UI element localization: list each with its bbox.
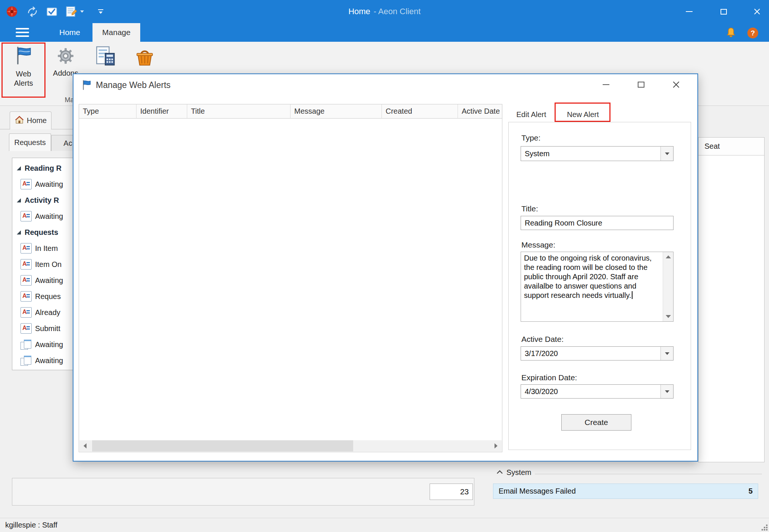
email-failed-row[interactable]: Email Messages Failed 5 [493,484,758,499]
basket-icon [134,46,156,69]
form-calculator-icon [95,45,116,68]
close-icon [672,81,680,89]
message-text: Due to the ongoing risk of coronavirus, … [524,254,657,300]
dialog-close-button[interactable] [669,77,684,92]
manage-web-alerts-dialog: Manage Web Alerts Type Identifier Title … [73,73,698,462]
resize-grip[interactable] [766,529,768,531]
scroll-up-button[interactable] [663,252,673,262]
close-button[interactable] [745,0,769,23]
active-date-value: 3/17/2020 [521,347,660,360]
titlebar: Home - Aeon Client [0,0,769,23]
ribbon-tab-bar: Home Manage ? [0,23,769,42]
type-value: System [521,147,660,161]
ribbon-tab-home[interactable]: Home [47,23,92,42]
alerts-grid: Type Identifier Title Message Created Ac… [79,104,502,452]
dialog-minimize-button[interactable] [599,77,613,92]
chevron-down-icon[interactable] [660,385,673,398]
new-alert-form: Type: System Title: Reading Room Closure… [508,122,691,450]
annotation-box-new-alert [555,103,611,122]
column-header-identifier[interactable]: Identifier [136,104,187,119]
expiration-date-dropdown[interactable]: 4/30/2020 [521,384,674,399]
close-icon [753,8,761,15]
ribbon-tab-manage[interactable]: Manage [92,23,140,42]
request-form-icon [21,275,32,286]
type-label: Type: [521,133,540,142]
text-cursor [632,291,633,299]
gear-icon [57,47,75,66]
expander-icon[interactable] [17,198,21,202]
request-count-box: 23 [430,484,473,500]
column-header-type[interactable]: Type [79,104,136,119]
request-form-icon [21,211,32,221]
request-form-icon [21,179,32,189]
window-title-primary: Home [348,7,370,16]
column-header-message[interactable]: Message [291,104,382,119]
documents-stack-icon [21,339,32,350]
dialog-title: Manage Web Alerts [96,74,170,96]
email-failed-label: Email Messages Failed [499,487,748,495]
alerts-grid-header: Type Identifier Title Message Created Ac… [79,104,502,119]
title-input[interactable]: Reading Room Closure [521,216,674,230]
chevron-down-icon[interactable] [660,347,673,360]
scroll-right-button[interactable] [490,440,502,451]
expander-icon[interactable] [17,166,21,170]
title-value: Reading Room Closure [521,216,673,230]
expiration-date-label: Expiration Date: [521,373,577,382]
flag-icon [81,79,92,92]
request-form-icon [21,243,32,254]
minimize-button[interactable] [677,0,701,23]
requests-footer-panel: 23 [12,478,474,506]
expander-icon[interactable] [17,230,21,234]
tab-edit-alert[interactable]: Edit Alert [514,106,549,123]
window-title: Home - Aeon Client [0,0,769,23]
statusbar: kgillespie : Staff [0,518,769,532]
type-dropdown[interactable]: System [521,146,674,161]
system-group-label[interactable]: System [506,468,531,477]
column-header-created[interactable]: Created [382,104,458,119]
scroll-left-button[interactable] [79,440,91,451]
tab-home-label: Home [27,116,47,125]
collapse-chevron-icon[interactable] [496,469,503,475]
dialog-maximize-button[interactable] [634,77,649,92]
maximize-button[interactable] [712,0,735,23]
create-button[interactable]: Create [561,414,631,431]
column-header-title[interactable]: Title [187,104,291,119]
request-form-icon [21,259,32,270]
expiration-date-value: 4/30/2020 [521,385,660,398]
message-label: Message: [521,240,555,249]
window-title-suffix: - Aeon Client [374,7,421,16]
help-icon[interactable]: ? [747,28,758,38]
scrollbar-thumb[interactable] [92,440,353,451]
title-label: Title: [521,204,538,213]
active-date-dropdown[interactable]: 3/17/2020 [521,346,674,361]
documents-stack-icon [21,355,32,366]
message-textarea[interactable]: Due to the ongoing risk of coronavirus, … [521,252,674,322]
tab-home[interactable]: Home [10,111,51,129]
active-date-label: Active Date: [521,335,564,344]
email-failed-count: 5 [748,487,753,495]
chevron-down-icon[interactable] [660,147,673,161]
annotation-box-web-alerts [1,43,45,98]
seat-panel: Seat [698,137,765,462]
request-form-icon [21,291,32,302]
horizontal-scrollbar[interactable] [79,440,502,451]
vertical-scrollbar[interactable] [663,252,673,321]
system-group-rule [535,474,762,474]
seat-column-header[interactable]: Seat [699,138,764,155]
tab-requests[interactable]: Requests [9,133,51,151]
notification-bell-icon[interactable] [725,26,737,38]
column-header-active-date[interactable]: Active Date [458,104,502,119]
logged-in-user: kgillespie : Staff [5,521,57,529]
home-icon [15,115,24,126]
request-form-icon [21,323,32,334]
request-form-icon [21,307,32,318]
scroll-down-button[interactable] [663,312,673,321]
menu-hamburger-icon[interactable] [16,28,30,39]
